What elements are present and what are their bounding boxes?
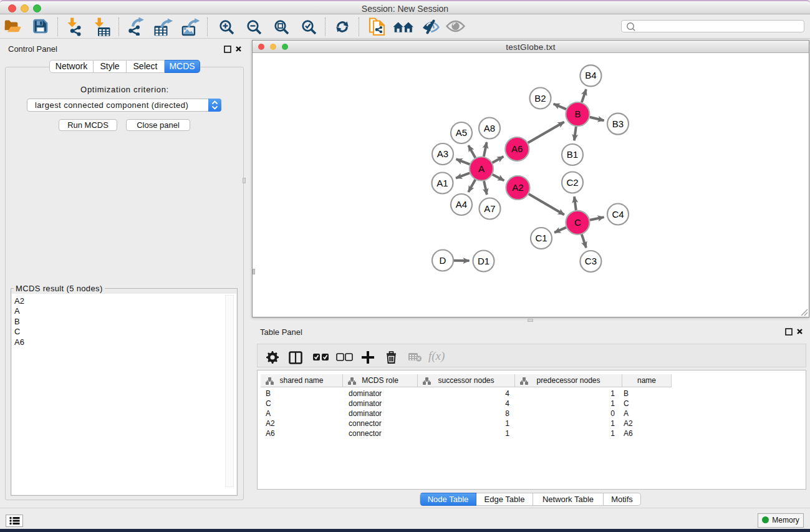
svg-text:A4: A4 [456, 199, 467, 210]
svg-text:C4: C4 [612, 209, 624, 220]
svg-text:C1: C1 [535, 233, 547, 243]
svg-text:A6: A6 [511, 143, 523, 154]
svg-text:B3: B3 [612, 118, 624, 129]
svg-text:C: C [574, 217, 581, 228]
svg-text:C3: C3 [585, 256, 597, 266]
svg-text:B1: B1 [567, 149, 578, 160]
svg-text:D: D [440, 255, 446, 266]
svg-text:B: B [574, 109, 581, 119]
svg-text:A5: A5 [456, 127, 467, 138]
svg-text:A2: A2 [512, 182, 523, 193]
svg-text:A: A [478, 163, 485, 174]
svg-text:B2: B2 [534, 93, 546, 104]
svg-text:D1: D1 [478, 256, 489, 266]
svg-text:f(x): f(x) [428, 350, 445, 363]
svg-text:C2: C2 [566, 177, 578, 188]
svg-text:A8: A8 [484, 123, 495, 133]
svg-text:A1: A1 [436, 178, 448, 188]
svg-text:A7: A7 [484, 203, 495, 214]
svg-text:A3: A3 [437, 148, 448, 159]
svg-text:B4: B4 [585, 70, 596, 80]
